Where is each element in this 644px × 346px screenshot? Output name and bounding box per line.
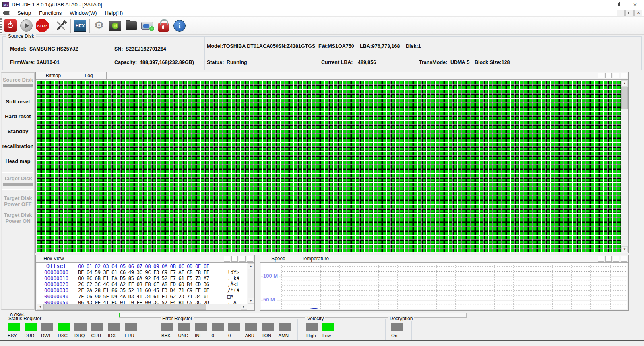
panel-mini-button[interactable] (605, 73, 612, 78)
mdi-restore-button[interactable] (625, 10, 634, 16)
menu-setup[interactable]: Setup (13, 10, 35, 16)
power-button[interactable] (2, 19, 18, 33)
indicator-label: TON (262, 333, 279, 338)
sidebar-item-soft-reset[interactable]: Soft reset (2, 94, 34, 109)
menu-functions[interactable]: Functions (35, 10, 66, 16)
stop-button[interactable]: STOP (35, 19, 50, 33)
scroll-down-arrow[interactable]: ▼ (621, 246, 628, 252)
menu-window[interactable]: Window(W) (66, 10, 101, 16)
model-label: Model: (10, 46, 26, 52)
hex-table[interactable]: Offset 00 01 02 03 04 05 06 07 08 09 0A … (37, 263, 247, 304)
bitmap-vertical-scrollbar[interactable]: ▲ ▼ (621, 80, 628, 252)
indicator-label: High (306, 333, 322, 338)
tab-log[interactable]: Log (71, 72, 107, 79)
panel-mini-button[interactable] (605, 256, 612, 262)
sector-bitmap-grid[interactable] (37, 80, 621, 252)
sidebar-item-standby[interactable]: Standby (2, 124, 34, 139)
hex-horizontal-scrollbar[interactable]: ◄ ► (37, 304, 247, 310)
menu-bar: Setup Functions Window(W) Help(H) _ ✕ (0, 9, 644, 17)
hex-ascii: . ká (226, 275, 246, 281)
current-lba-value: 489,856 (358, 60, 376, 65)
program-button[interactable]: Fi (107, 19, 123, 33)
scroll-thumb[interactable] (621, 87, 628, 109)
menu-help[interactable]: Help(H) (101, 10, 127, 16)
indicator-label: BBK (161, 333, 178, 338)
scroll-down-arrow[interactable]: ▼ (248, 298, 254, 304)
error-register-group: Error Register BBKUNCINF00ABRTONAMN (158, 319, 298, 341)
panel-mini-button[interactable] (231, 256, 238, 262)
close-button[interactable]: × (626, 0, 644, 9)
ytick-50m: 50 M (263, 297, 277, 303)
indicator-label: DRQ (74, 333, 91, 338)
scroll-track[interactable] (206, 304, 241, 310)
sidebar-item-recalibration[interactable]: recalibration (2, 139, 34, 154)
panel-mini-button[interactable] (598, 73, 604, 78)
indicator-led (91, 323, 103, 331)
sidebar-header-target-disk: Target Disk (2, 175, 34, 181)
system-menu-icon[interactable] (3, 11, 10, 15)
disk-image-button[interactable] (140, 19, 155, 33)
tab-bitmap[interactable]: Bitmap (36, 72, 71, 79)
speed-tabrow: Speed Temperature (260, 255, 628, 263)
scroll-left-arrow[interactable]: ◄ (37, 304, 43, 310)
hex-editor-button[interactable]: HEX (72, 19, 88, 33)
scroll-up-arrow[interactable]: ▲ (248, 263, 254, 269)
indicator-led (58, 323, 70, 331)
sidebar-item-head-map[interactable]: Head map (2, 154, 34, 169)
hex-row: 00000020 2C C2 3C 4C 64 A2 EF 0B E8 CF A… (37, 281, 247, 287)
repair-tools-button[interactable] (54, 19, 69, 33)
scroll-thumb[interactable] (43, 304, 206, 310)
minimize-button[interactable]: – (590, 0, 608, 9)
indicator-label: ABR (245, 333, 262, 338)
hex-offset: 00000000 (37, 269, 76, 275)
hex-ascii: ,Â<L (226, 281, 246, 287)
scroll-up-arrow[interactable]: ▲ (621, 80, 628, 86)
hex-ascii: /*(á (226, 287, 246, 293)
info-divider (204, 37, 205, 70)
register-indicator: DRQ (74, 323, 91, 338)
indicator-label: 0 (212, 333, 229, 338)
settings-button[interactable]: ⚙ (91, 19, 107, 33)
decryption-group: Decryption On (385, 319, 412, 341)
panel-mini-button[interactable] (239, 256, 246, 262)
indicator-label: DRD (25, 333, 41, 338)
indicator-led (228, 323, 240, 331)
gear-icon: ⚙ (94, 20, 104, 31)
hex-header-row: Offset 00 01 02 03 04 05 06 07 08 09 0A … (37, 263, 247, 269)
security-button[interactable] (156, 19, 171, 33)
panel-mini-button[interactable] (224, 256, 230, 262)
tab-speed[interactable]: Speed (260, 255, 297, 262)
start-button[interactable] (19, 19, 34, 33)
mdi-close-button[interactable]: ✕ (634, 10, 642, 16)
panel-mini-button[interactable] (598, 256, 604, 262)
sidebar-item-hard-reset[interactable]: Hard reset (2, 109, 34, 124)
velocity-label: Velocity (305, 316, 325, 321)
sidebar-separator (2, 239, 33, 239)
panel-mini-button[interactable] (613, 256, 619, 262)
bitmap-grid-svg (37, 80, 621, 252)
panel-mini-button[interactable] (621, 256, 627, 262)
sn-value: S23EJ16Z701284 (126, 46, 166, 52)
panel-mini-button[interactable] (247, 256, 253, 262)
hex-vertical-scrollbar[interactable]: ▲ ▼ (248, 263, 254, 304)
progress-fill (119, 313, 120, 317)
tab-hex-view[interactable]: Hex View (36, 255, 72, 262)
restore-button[interactable] (608, 0, 626, 9)
hex-ascii: . Ā (226, 299, 246, 304)
status-value: Running (227, 60, 247, 65)
tab-temperature[interactable]: Temperature (297, 255, 334, 262)
panel-mini-button[interactable] (621, 73, 627, 78)
monitor-icon: Fi (109, 21, 121, 31)
register-indicator: DWF (41, 323, 58, 338)
register-indicator: UNC (178, 323, 195, 338)
mdi-minimize-button[interactable]: _ (617, 10, 625, 16)
indicator-led (306, 323, 318, 331)
capacity-label: Capacity: (114, 60, 137, 65)
folder-button[interactable] (124, 19, 139, 33)
scroll-right-arrow[interactable]: ► (241, 304, 247, 310)
register-indicator: AMN (279, 323, 295, 338)
sidebar-separator (2, 172, 33, 172)
status-register-group: Status Register BSYDRDDWFDSCDRQCRRIDXERR (4, 319, 144, 341)
info-button[interactable]: i (172, 19, 187, 33)
panel-mini-button[interactable] (613, 73, 619, 78)
